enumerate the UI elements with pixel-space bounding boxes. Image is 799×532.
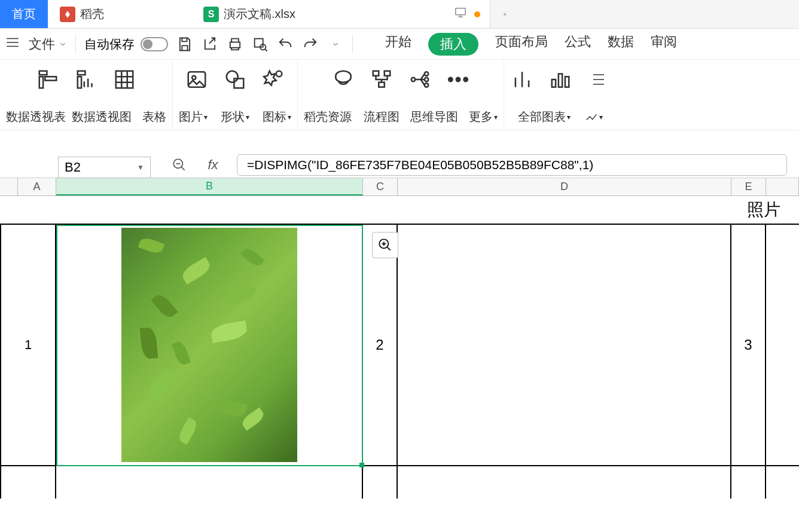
svg-rect-13: [234, 78, 243, 88]
select-all-corner[interactable]: [0, 178, 18, 195]
header-row: 照片: [0, 196, 799, 225]
svg-rect-16: [385, 71, 391, 76]
tab-page-layout[interactable]: 页面布局: [495, 33, 548, 56]
icons-icon[interactable]: [261, 68, 285, 91]
formula-input[interactable]: =DISPIMG("ID_86FE735F7BE04E05B050B52B5B8…: [237, 154, 787, 176]
autosave-toggle[interactable]: 自动保存: [84, 36, 168, 53]
new-tab-button[interactable]: [490, 0, 519, 28]
col-header-b[interactable]: B: [56, 178, 363, 195]
more-icon[interactable]: [446, 68, 470, 91]
svg-rect-0: [456, 8, 466, 15]
svg-point-19: [425, 72, 428, 75]
picture-icon[interactable]: [185, 68, 209, 91]
cell-e3[interactable]: [731, 466, 766, 499]
qat-dropdown-icon[interactable]: [327, 36, 344, 53]
all-charts-label[interactable]: 全部图表▾: [518, 109, 571, 125]
pivot-chart-label[interactable]: 数据透视图: [72, 109, 132, 125]
export-icon[interactable]: [202, 36, 218, 53]
cell-e2[interactable]: 3: [731, 225, 766, 465]
docer-res-label[interactable]: 稻壳资源: [304, 109, 352, 125]
svg-point-24: [464, 78, 468, 81]
tab-formulas[interactable]: 公式: [565, 33, 591, 56]
ribbon-group-illustrations: 图片▾ 形状▾ 图标▾: [173, 60, 298, 130]
header-photo-label: 照片: [747, 198, 780, 221]
data-row-2: [0, 466, 799, 499]
print-icon[interactable]: [227, 36, 243, 53]
ribbon: 数据透视表 数据透视图 表格 图片▾ 形状▾ 图标▾ 稻壳资源 流程图 思维导图…: [0, 60, 799, 130]
picture-label[interactable]: 图片▾: [179, 109, 208, 125]
save-icon[interactable]: [176, 36, 193, 53]
embedded-image: [121, 228, 297, 462]
separator: [75, 36, 76, 53]
tab-insert[interactable]: 插入: [428, 33, 478, 56]
more-label[interactable]: 更多▾: [469, 109, 498, 125]
svg-rect-6: [45, 77, 56, 80]
shapes-icon[interactable]: [223, 68, 247, 91]
wps-sheet-icon: S: [203, 7, 219, 22]
cell-f3[interactable]: [766, 466, 799, 499]
svg-rect-2: [255, 38, 263, 47]
pivot-table-label[interactable]: 数据透视表: [6, 109, 66, 125]
chart-more-icon[interactable]: [587, 68, 611, 91]
svg-rect-15: [373, 71, 379, 76]
pivot-chart-icon[interactable]: [74, 68, 98, 91]
cell-b2[interactable]: [56, 225, 363, 465]
docer-icon: [60, 7, 75, 22]
docer-label: 稻壳: [80, 6, 104, 22]
ribbon-group-tables: 数据透视表 数据透视图 表格: [0, 60, 173, 130]
chart-bar-icon[interactable]: [548, 68, 572, 91]
shapes-label[interactable]: 形状▾: [221, 109, 249, 125]
docer-tab[interactable]: 稻壳: [48, 0, 191, 28]
flowchart-label[interactable]: 流程图: [364, 109, 399, 125]
tab-review[interactable]: 审阅: [651, 33, 677, 56]
cell-d2[interactable]: [398, 225, 731, 465]
tab-data[interactable]: 数据: [608, 33, 634, 56]
cell-c3[interactable]: [363, 466, 398, 499]
mindmap-label[interactable]: 思维导图: [410, 109, 458, 125]
redo-icon[interactable]: [302, 36, 319, 53]
docer-res-icon[interactable]: [331, 68, 355, 91]
undo-icon[interactable]: [277, 36, 294, 53]
name-box-dropdown-icon[interactable]: ▼: [137, 163, 144, 172]
fx-icon[interactable]: fx: [203, 155, 222, 175]
svg-point-12: [227, 71, 238, 82]
cell-a2[interactable]: 1: [0, 225, 56, 465]
mindmap-icon[interactable]: [408, 68, 432, 91]
col-header-e[interactable]: E: [731, 178, 766, 195]
cell-a3[interactable]: [0, 466, 56, 499]
icons-label[interactable]: 图标▾: [263, 109, 291, 125]
svg-rect-17: [379, 82, 385, 87]
svg-point-11: [192, 76, 196, 80]
cell-c2[interactable]: 2: [363, 225, 398, 465]
pivot-table-icon[interactable]: [36, 68, 60, 91]
file-tab-label: 演示文稿.xlsx: [224, 6, 295, 22]
file-tab[interactable]: S 演示文稿.xlsx: [191, 0, 490, 28]
grid-body-wrap: 照片 1: [0, 196, 799, 499]
grid-body[interactable]: 照片 1: [0, 196, 799, 499]
toggle-switch-icon: [141, 37, 168, 51]
cell-b3[interactable]: [56, 466, 363, 499]
file-menu-button[interactable]: 文件: [29, 35, 67, 53]
cell-d3[interactable]: [398, 466, 731, 499]
separator: [352, 36, 353, 53]
col-header-d[interactable]: D: [398, 178, 731, 195]
all-charts-icon[interactable]: [510, 68, 534, 91]
chart-dd-1[interactable]: ▾: [585, 109, 603, 125]
home-tab[interactable]: 首页: [0, 0, 48, 28]
table-label[interactable]: 表格: [142, 109, 166, 125]
zoom-out-icon[interactable]: [170, 155, 189, 175]
tab-start[interactable]: 开始: [385, 33, 411, 56]
image-zoom-button[interactable]: [372, 232, 398, 258]
svg-rect-27: [565, 77, 569, 87]
name-box[interactable]: B2 ▼: [58, 157, 151, 178]
monitor-icon: [454, 6, 467, 22]
print-preview-icon[interactable]: [252, 36, 269, 53]
hamburger-icon[interactable]: [5, 35, 20, 54]
table-icon[interactable]: [112, 68, 136, 91]
col-header-a[interactable]: A: [18, 178, 56, 195]
flowchart-icon[interactable]: [370, 68, 394, 91]
col-header-c[interactable]: C: [363, 178, 398, 195]
svg-rect-26: [559, 74, 562, 87]
cell-f2[interactable]: [766, 225, 799, 465]
col-header-f[interactable]: [766, 178, 799, 195]
